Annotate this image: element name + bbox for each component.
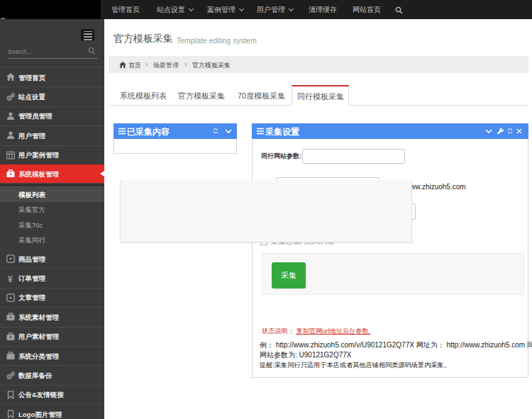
svg-text:¥: ¥ [8, 274, 13, 283]
